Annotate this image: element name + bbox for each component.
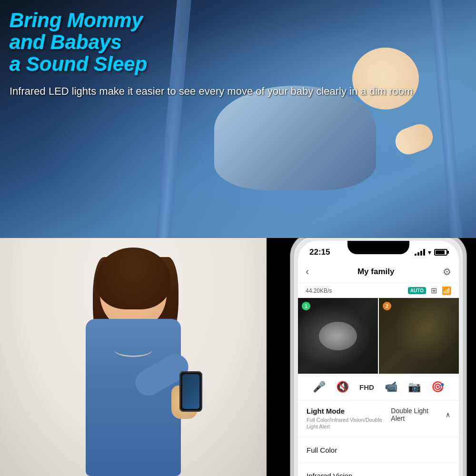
- mute-icon[interactable]: 🔇: [336, 381, 349, 393]
- stream-bar: 44.20KB/s AUTO ⊞ 📶: [298, 283, 459, 298]
- light-mode-info: Light Mode Full Color/Infrared Vision/Do…: [307, 407, 391, 430]
- mother-figure: [38, 248, 228, 476]
- battery-icon: [434, 249, 447, 256]
- controls-row: 🎤 🔇 FHD 📹 📷 🎯: [298, 374, 459, 400]
- signal-bar-3: [420, 251, 422, 256]
- camera-feed-1[interactable]: 1: [298, 298, 379, 374]
- signal-bar-4: [423, 249, 425, 256]
- status-icons: ▾: [415, 248, 447, 256]
- current-light-mode: Double Light Alert: [391, 407, 443, 422]
- snapshot-icon[interactable]: 📷: [408, 381, 421, 393]
- necklace: [114, 343, 152, 357]
- light-mode-title: Light Mode: [307, 407, 391, 415]
- infrared-vision-label: Infrared Vision: [307, 472, 352, 476]
- light-mode-value[interactable]: Double Light Alert ∧: [391, 407, 450, 422]
- auto-badge: AUTO: [408, 287, 426, 294]
- baby-silhouette: [319, 322, 357, 350]
- phone-screen-small: [182, 374, 199, 409]
- video-icon[interactable]: 📹: [385, 381, 397, 393]
- stream-speed: 44.20KB/s: [306, 288, 332, 294]
- phone-frame: 22:15 ▾: [290, 238, 466, 476]
- feed-2-content: [379, 298, 459, 374]
- wifi-stream-icon[interactable]: 📶: [442, 286, 451, 295]
- light-mode-section: Light Mode Full Color/Infrared Vision/Do…: [298, 400, 459, 437]
- headline-line1: Bring Mommy: [10, 9, 143, 31]
- fhd-label[interactable]: FHD: [359, 383, 374, 391]
- top-section: Bring Mommy and Babays a Sound Sleep Inf…: [0, 0, 476, 238]
- signal-bar-1: [415, 254, 416, 256]
- baby-body: [214, 86, 376, 190]
- app-title: My family: [309, 267, 443, 277]
- phone-screen: 22:15 ▾: [298, 241, 459, 476]
- back-button[interactable]: ‹: [306, 266, 309, 278]
- target-icon[interactable]: 🎯: [431, 381, 444, 393]
- split-view-icon[interactable]: ⊞: [431, 286, 437, 295]
- mic-icon[interactable]: 🎤: [313, 381, 326, 393]
- camera-feed-2[interactable]: 2: [379, 298, 459, 374]
- headline-line3: a Sound Sleep: [10, 53, 147, 75]
- settings-button[interactable]: ⚙: [443, 266, 451, 278]
- battery-level: [436, 250, 445, 254]
- mother-hair-top: [97, 248, 170, 309]
- mother-area: [0, 238, 267, 476]
- chevron-up-icon: ∧: [446, 411, 450, 418]
- light-mode-header: Light Mode Full Color/Infrared Vision/Do…: [307, 407, 450, 430]
- light-option-infrared[interactable]: Infrared Vision: [298, 463, 459, 476]
- headline: Bring Mommy and Babays a Sound Sleep: [10, 10, 413, 76]
- stream-controls: AUTO ⊞ 📶: [408, 286, 451, 295]
- phone-notch: [347, 241, 409, 254]
- feed-2-number: 2: [383, 302, 391, 310]
- text-overlay: Bring Mommy and Babays a Sound Sleep Inf…: [10, 10, 413, 99]
- status-time: 22:15: [309, 248, 330, 257]
- subtext: Infrared LED lights make it easier to se…: [10, 83, 413, 99]
- full-color-label: Full Color: [307, 446, 337, 454]
- light-option-full-color[interactable]: Full Color: [298, 437, 459, 463]
- headline-line2: and Babays: [10, 31, 122, 53]
- phone-container: 22:15 ▾: [290, 238, 471, 476]
- phone-in-hand: [179, 371, 202, 412]
- app-header: ‹ My family ⚙: [298, 261, 459, 283]
- light-options-list: Full Color Infrared Vision Double Light …: [298, 437, 459, 476]
- light-mode-subtitle: Full Color/Infrared Vision/Double Light …: [307, 416, 391, 430]
- feed-1-content: [298, 298, 378, 374]
- bottom-section: 22:15 ▾: [0, 238, 476, 476]
- camera-feeds: 1 2: [298, 298, 459, 374]
- signal-icon: [415, 249, 425, 256]
- signal-bar-2: [417, 252, 419, 256]
- wifi-icon: ▾: [428, 248, 431, 256]
- feed-1-number: 1: [302, 302, 310, 310]
